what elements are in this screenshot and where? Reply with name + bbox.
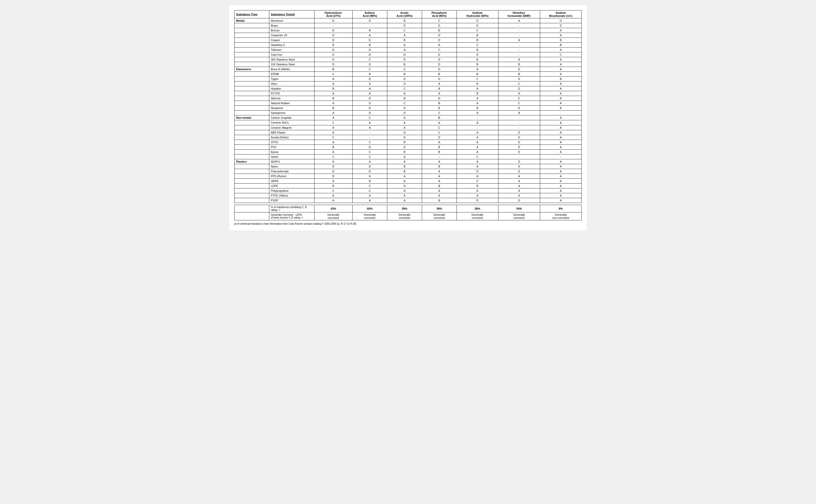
data-cell: C [352, 188, 387, 193]
substance-tested-cell: ABS Plastic [269, 130, 314, 135]
table-row: HypalonBACBADA [234, 86, 582, 91]
data-cell: D [352, 169, 387, 174]
data-cell: B [422, 145, 457, 150]
table-row: Cast IronDDDDD-C [234, 52, 582, 57]
data-cell: A [314, 193, 352, 198]
data-cell: - [498, 23, 540, 28]
table-row: CPVCACBAADA [234, 140, 582, 145]
table-footer: % of substances exhibiting C, D rating -… [234, 203, 582, 220]
table-body: MetalsAluminumDDBCDADBrass--DDD-DBronzeD… [234, 18, 582, 203]
data-cell: A [540, 130, 582, 135]
substance-tested-cell: Polypropylene [269, 188, 314, 193]
substance-type-cell [234, 154, 269, 159]
table-row: VitonAADABCA [234, 81, 582, 86]
data-cell: B [457, 184, 498, 188]
data-cell: C [314, 188, 352, 193]
table-row: ABS PlasticA-DCADA [234, 130, 582, 135]
table-row: PlasticsNORYLAAAAADA [234, 159, 582, 164]
data-cell: D [498, 145, 540, 150]
data-cell: A [540, 106, 582, 111]
data-cell: A [457, 150, 498, 154]
data-cell: D [498, 159, 540, 164]
data-cell: D [314, 52, 352, 57]
data-cell: A [422, 81, 457, 86]
data-cell: C [352, 154, 387, 159]
data-cell: D [457, 18, 498, 23]
data-cell: A [540, 81, 582, 86]
data-cell: B [387, 169, 422, 174]
table-row: CopperDDBDBAB [234, 38, 582, 43]
data-cell: D [387, 81, 422, 86]
data-cell: D [498, 77, 540, 81]
data-cell: D [422, 33, 457, 38]
data-cell: A [540, 174, 582, 179]
data-cell: D [457, 23, 498, 28]
data-cell: A [387, 33, 422, 38]
substance-tested-cell: HDPE [269, 179, 314, 184]
table-row: NeopreneBDDBBDA [234, 106, 582, 111]
data-cell: A [422, 174, 457, 179]
data-cell: C [422, 47, 457, 52]
data-cell: B [457, 62, 498, 67]
table-row: LDPEBCDBBAA [234, 184, 582, 188]
table-row: EPDMCBBBBBA [234, 72, 582, 77]
data-cell: C [352, 67, 387, 72]
data-cell: C [422, 111, 457, 115]
data-cell: A [314, 150, 352, 154]
substance-tested-cell: CPVC [269, 140, 314, 145]
substance-type-cell [234, 28, 269, 33]
data-cell: D [352, 164, 387, 169]
data-cell: D [422, 135, 457, 140]
data-cell: B [498, 62, 540, 67]
data-cell: C [457, 43, 498, 47]
substance-tested-cell: Acetal (Delrin) [269, 135, 314, 140]
data-cell: A [540, 115, 582, 120]
table-row: BronzeDBCBC-A [234, 28, 582, 33]
substance-type-cell: Elastomers [234, 67, 269, 72]
data-cell: A [314, 115, 352, 120]
data-cell: D [352, 62, 387, 67]
table-row: PolycarbonateDDBADDA [234, 169, 582, 174]
substance-tested-cell: PVDF [269, 198, 314, 203]
data-cell: C [387, 28, 422, 33]
substance-type-cell [234, 135, 269, 140]
data-cell: A [314, 111, 352, 115]
data-cell: B [422, 164, 457, 169]
substance-tested-cell: Carbon Graphite [269, 115, 314, 120]
data-cell: B [314, 145, 352, 150]
data-cell: D [422, 52, 457, 57]
data-cell: D [352, 52, 387, 57]
data-cell: B [422, 106, 457, 111]
substance-tested-cell: PCTFE [269, 91, 314, 96]
substance-tested-cell: Aluminum [269, 18, 314, 23]
data-cell: C [314, 154, 352, 159]
substance-tested-cell: Viton [269, 81, 314, 86]
substance-type-cell [234, 57, 269, 62]
data-cell: A [352, 33, 387, 38]
data-cell: D [314, 33, 352, 38]
data-cell: C [540, 52, 582, 57]
data-cell: B [314, 184, 352, 188]
col-acetic: AceticAcid (100%) [387, 10, 422, 18]
data-cell: A [387, 115, 422, 120]
substance-type-cell [234, 184, 269, 188]
cd-dmf: 54% [498, 205, 540, 212]
col-hydrochloric: HydrochloricAcid (37%) [314, 10, 352, 18]
data-cell: C [457, 179, 498, 184]
data-cell: - [498, 33, 540, 38]
substance-tested-cell: PTFE (Teflon) [269, 193, 314, 198]
data-cell: D [422, 77, 457, 81]
data-cell: B [422, 198, 457, 203]
data-cell: B [422, 150, 457, 154]
data-cell: C [457, 77, 498, 81]
data-cell: A [387, 47, 422, 52]
substance-type-cell [234, 86, 269, 91]
substance-type-cell [234, 72, 269, 77]
gc-dmf: Generallycorrosive [498, 212, 540, 220]
data-cell: D [352, 77, 387, 81]
gc-naoh: Generallycorrosive [457, 212, 498, 220]
data-cell: C [387, 67, 422, 72]
cd-acetic: 39% [387, 205, 422, 212]
table-row: PTFE (Teflon)AAAAAAA [234, 193, 582, 198]
substance-tested-cell: Epoxy [269, 150, 314, 154]
